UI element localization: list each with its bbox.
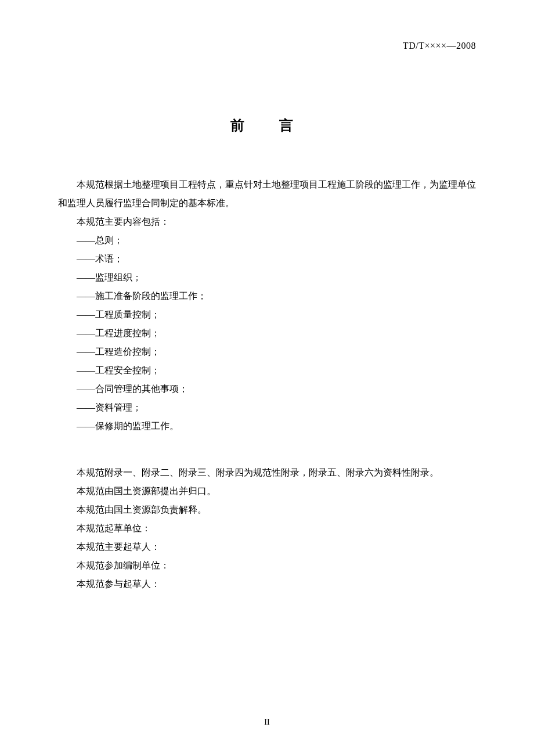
list-item: ——术语；	[77, 250, 476, 268]
spacer	[58, 435, 476, 463]
document-page: TD/T××××—2008 前 言 本规范根据土地整理项目工程特点，重点针对土地…	[0, 0, 534, 756]
note-line: 本规范参与起草人：	[58, 575, 476, 593]
intro-paragraph-2: 本规范主要内容包括：	[58, 213, 476, 231]
list-item: ——监理组织；	[77, 268, 476, 287]
page-title: 前 言	[58, 116, 476, 135]
list-item: ——保修期的监理工作。	[77, 417, 476, 435]
document-code: TD/T××××—2008	[403, 41, 476, 51]
note-line: 本规范参加编制单位：	[58, 556, 476, 575]
list-item: ——合同管理的其他事项；	[77, 380, 476, 398]
note-line: 本规范由国土资源部提出并归口。	[58, 482, 476, 501]
note-line: 本规范由国土资源部负责解释。	[58, 501, 476, 519]
list-item: ——总则；	[77, 231, 476, 250]
body-content: 本规范根据土地整理项目工程特点，重点针对土地整理项目工程施工阶段的监理工作，为监…	[58, 175, 476, 593]
list-item: ——资料管理；	[77, 398, 476, 417]
intro-paragraph-1: 本规范根据土地整理项目工程特点，重点针对土地整理项目工程施工阶段的监理工作，为监…	[58, 175, 476, 213]
list-item: ——施工准备阶段的监理工作；	[77, 287, 476, 305]
note-line: 本规范主要起草人：	[58, 538, 476, 556]
list-item: ——工程安全控制；	[77, 361, 476, 380]
note-line: 本规范起草单位：	[58, 519, 476, 538]
list-item: ——工程造价控制；	[77, 343, 476, 361]
contents-list: ——总则； ——术语； ——监理组织； ——施工准备阶段的监理工作； ——工程质…	[77, 231, 476, 435]
list-item: ——工程进度控制；	[77, 324, 476, 343]
note-line: 本规范附录一、附录二、附录三、附录四为规范性附录，附录五、附录六为资料性附录。	[58, 463, 476, 482]
list-item: ——工程质量控制；	[77, 305, 476, 324]
page-number: II	[0, 718, 534, 727]
